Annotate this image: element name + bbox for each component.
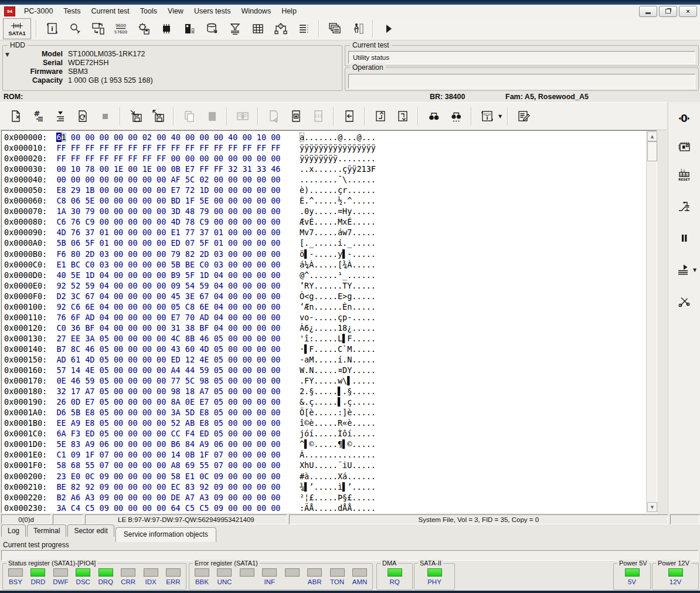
find-icon[interactable] [424, 107, 443, 126]
hex-row[interactable]: 0x000000: 61 00 00 00 00 00 02 00 40 00 … [4, 132, 376, 143]
reset-icon[interactable]: 1↓000RESET [673, 164, 695, 185]
user-test-run-icon[interactable] [347, 20, 368, 38]
prev-object-icon[interactable] [371, 107, 390, 126]
next-object-icon[interactable] [393, 107, 412, 126]
hex-row[interactable]: 0x000150: AD 61 4D 05 00 00 00 00 ED 12 … [4, 354, 376, 365]
menu-users-tests[interactable]: Users tests [189, 5, 236, 17]
filter-icon[interactable] [225, 20, 245, 38]
selection-anchor-nibble[interactable]: 1 [62, 133, 66, 142]
hex-row[interactable]: 0x000100: 92 C6 6E 04 00 00 00 00 05 C8 … [4, 301, 376, 312]
selected-ascii-char[interactable]: a [300, 133, 304, 142]
goto-address-icon[interactable]: # [28, 107, 47, 126]
power-relay-icon[interactable] [673, 196, 695, 217]
rom-chip-icon[interactable] [156, 20, 176, 38]
menu-windows[interactable]: Windows [236, 5, 276, 17]
save-modes-icon[interactable] [133, 20, 154, 38]
hex-row[interactable]: 0x000160: 57 14 4E 05 00 00 00 00 A4 44 … [4, 365, 376, 375]
tab-log[interactable]: Log [1, 524, 26, 537]
hex-row[interactable]: 0x000210: BE 82 92 09 00 00 00 00 EC 83 … [4, 482, 376, 492]
hex-row[interactable]: 0x000050: E8 29 1B 00 00 00 00 00 E7 72 … [4, 185, 376, 195]
reread-object-icon[interactable] [73, 107, 92, 126]
hex-row[interactable]: 0x000040: 00 00 00 00 00 00 00 00 AF 5C … [4, 174, 376, 185]
hex-row[interactable]: 0x0000B0: F6 80 2D 03 00 00 00 00 79 82 … [4, 249, 376, 259]
load-from-file-icon[interactable] [126, 107, 145, 126]
hex-row[interactable]: 0x000010: FF FF FF FF FF FF FF FF FF FF … [4, 143, 376, 153]
dropdown-caret-icon[interactable]: ▼ [693, 267, 696, 273]
restore-button[interactable] [659, 6, 677, 17]
terminal-zero-icon[interactable]: 0 [673, 108, 695, 129]
fill-object-icon[interactable] [286, 107, 305, 126]
restore-object-icon[interactable] [339, 107, 359, 126]
baud-rate-icon[interactable]: 960057600 [110, 20, 131, 38]
save-to-file-icon[interactable] [148, 107, 168, 126]
hex-view[interactable]: 0x000000: 61 00 00 00 00 00 02 00 40 00 … [1, 130, 657, 513]
set-marker-icon[interactable] [50, 107, 70, 126]
hex-row[interactable]: 0x000020: FF FF FF FF FF FF FF FF 00 00 … [4, 153, 376, 164]
dropdown-caret-icon[interactable]: ▼ [498, 114, 502, 119]
start-tests-icon[interactable] [672, 259, 694, 280]
hex-row[interactable]: 0x000090: 4D 76 37 01 00 00 00 00 E1 77 … [4, 227, 376, 238]
tab-sector-edit[interactable]: Sector edit [67, 524, 114, 537]
test-flow-icon[interactable]: ? [270, 20, 291, 38]
device-exchange-icon[interactable] [87, 20, 108, 38]
window-titlebar[interactable] [0, 0, 700, 5]
close-button[interactable]: × [679, 6, 697, 17]
scroll-down-icon[interactable]: ▼ [647, 502, 657, 512]
hex-row[interactable]: 0x000170: 0E 46 59 05 00 00 00 00 77 5C … [4, 375, 376, 386]
hex-row[interactable]: 0x000130: 27 EE 3A 05 00 00 00 00 4C 8B … [4, 333, 376, 344]
hex-row[interactable]: 0x0000F0: D2 3C 67 04 00 00 00 00 45 3E … [4, 291, 376, 301]
hex-row[interactable]: 0x0001D0: 5E 83 A9 06 00 00 00 00 B6 84 … [4, 439, 376, 449]
hex-scrollbar[interactable]: ▲ ▼ [646, 131, 657, 513]
port-select-button[interactable]: SATA1 [3, 18, 31, 39]
menu-help[interactable]: Help [276, 5, 302, 17]
pause-icon[interactable] [673, 228, 695, 249]
menu-pc-3000[interactable]: PC-3000 [19, 5, 58, 17]
cascade-windows-icon[interactable] [324, 20, 345, 38]
hex-row[interactable]: 0x0001F0: 58 68 55 07 00 00 00 00 A8 69 … [4, 460, 376, 470]
surface-map-icon[interactable] [179, 20, 199, 38]
hex-row[interactable]: 0x000120: C0 36 BF 04 00 00 00 00 31 38 … [4, 323, 376, 333]
hex-row[interactable]: 0x0000E0: 92 52 59 04 00 00 00 00 09 54 … [4, 280, 376, 291]
hex-row[interactable]: 0x000200: 23 E0 0C 09 00 00 00 00 58 E1 … [4, 471, 376, 482]
edit-mode-icon[interactable] [514, 107, 533, 126]
menu-tools[interactable]: Tools [135, 5, 162, 17]
minimize-button[interactable] [639, 6, 657, 17]
scroll-thumb[interactable] [647, 141, 657, 161]
hex-row[interactable]: 0x0000C0: E1 BC C0 03 00 00 00 00 5B BE … [4, 259, 376, 270]
hdd-select-arrow[interactable]: ▼ [5, 52, 9, 57]
continue-icon[interactable] [378, 20, 399, 38]
hex-row[interactable]: 0x000180: 32 17 A7 05 00 00 00 00 98 18 … [4, 386, 376, 397]
object-properties-icon[interactable]: 0110i [477, 107, 497, 126]
menu-tests[interactable]: Tests [58, 5, 86, 17]
pc-card-icon[interactable] [673, 136, 695, 157]
hex-row[interactable]: 0x0000D0: 40 5E 1D 04 00 00 00 00 B9 5F … [4, 270, 376, 280]
hex-row[interactable]: 0x000220: B2 A6 A3 09 00 00 00 00 DE A7 … [4, 492, 376, 503]
indicator-lamp-icon[interactable] [64, 20, 85, 38]
hex-row[interactable]: 0x000140: B7 8C 46 05 00 00 00 00 43 60 … [4, 344, 376, 354]
hex-row[interactable]: 0x0001A0: D6 5B E8 05 00 00 00 00 3A 5D … [4, 407, 376, 418]
tab-terminal[interactable]: Terminal [27, 524, 66, 537]
hex-row[interactable]: 0x0001B0: EE A9 E8 05 00 00 00 00 52 AB … [4, 418, 376, 428]
database-export-icon[interactable] [202, 20, 222, 38]
hex-row[interactable]: 0x0000A0: 5B 06 5F 01 00 00 00 00 ED 07 … [4, 238, 376, 248]
selected-nibble[interactable]: 6 [56, 133, 61, 142]
new-object-icon[interactable] [6, 107, 25, 126]
tab-service-information-objects[interactable]: Service information objects [115, 527, 216, 542]
hex-row[interactable]: 0x000190: 26 0D E7 05 00 00 00 00 8A 0E … [4, 397, 376, 407]
script-list-icon[interactable] [293, 20, 314, 38]
hex-row[interactable]: 0x000110: 76 6F AD 04 00 00 00 00 E7 70 … [4, 312, 376, 323]
hex-row[interactable]: 0x0001C0: 6A F3 ED 05 00 00 00 00 CC F4 … [4, 428, 376, 439]
hex-row[interactable]: 0x000060: C8 06 5E 00 00 00 00 00 BD 1F … [4, 195, 376, 206]
hex-row[interactable]: 0x000230: 3A C4 C5 09 00 00 00 00 64 C5 … [4, 503, 376, 513]
hex-row[interactable]: 0x000030: 00 10 78 00 1E 00 1E 00 0B E7 … [4, 164, 376, 174]
menu-view[interactable]: View [162, 5, 189, 17]
hex-row[interactable]: 0x000070: 1A 30 79 00 00 00 00 00 3D 48 … [4, 206, 376, 216]
scroll-up-icon[interactable]: ▲ [647, 131, 657, 141]
menu-current-test[interactable]: Current test [86, 5, 135, 17]
settings-tools-icon[interactable] [673, 291, 695, 312]
hex-row[interactable]: 0x000080: C6 76 C9 00 00 00 00 00 4D 78 … [4, 216, 376, 227]
resource-info-icon[interactable]: i [42, 20, 62, 38]
sector-grid-icon[interactable] [247, 20, 268, 38]
hex-row[interactable]: 0x0001E0: C1 09 1F 07 00 00 00 00 14 0B … [4, 449, 376, 460]
find-next-icon[interactable] [446, 107, 465, 126]
